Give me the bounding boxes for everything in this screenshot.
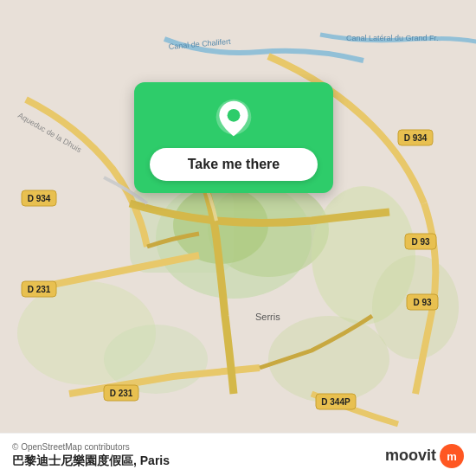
svg-text:D 934: D 934 (28, 194, 51, 203)
svg-text:m: m (447, 450, 457, 463)
map-background: Canal de Chalifert Canal Latéral du Gran… (0, 0, 476, 476)
take-me-there-button[interactable]: Take me there (150, 148, 318, 181)
serris-label: Serris (255, 312, 280, 322)
place-name: 巴黎迪士尼樂園度假區, Paris (12, 453, 170, 469)
svg-text:Canal Latéral du Grand Fr.: Canal Latéral du Grand Fr. (346, 34, 439, 42)
bottom-bar: © OpenStreetMap contributors 巴黎迪士尼樂園度假區,… (0, 433, 476, 476)
bottom-bar-left: © OpenStreetMap contributors 巴黎迪士尼樂園度假區,… (12, 442, 170, 469)
svg-text:D 93: D 93 (413, 298, 432, 307)
location-pin-icon (213, 98, 254, 139)
svg-text:D 344P: D 344P (321, 397, 351, 407)
svg-text:D 93: D 93 (411, 237, 430, 247)
map-container: Canal de Chalifert Canal Latéral du Gran… (0, 0, 476, 476)
moovit-logo: moovit m (385, 444, 464, 468)
attribution-text: © OpenStreetMap contributors (12, 442, 170, 452)
place-name-city: Paris (140, 453, 170, 467)
moovit-dot: m (440, 444, 464, 468)
svg-text:D 934: D 934 (404, 133, 428, 143)
svg-text:D 231: D 231 (110, 389, 133, 398)
moovit-text: moovit (385, 447, 436, 465)
svg-point-27 (228, 109, 241, 122)
svg-text:D 231: D 231 (28, 285, 51, 294)
place-name-chinese: 巴黎迪士尼樂園度假區 (12, 453, 133, 467)
popup-card: Take me there (134, 82, 333, 193)
